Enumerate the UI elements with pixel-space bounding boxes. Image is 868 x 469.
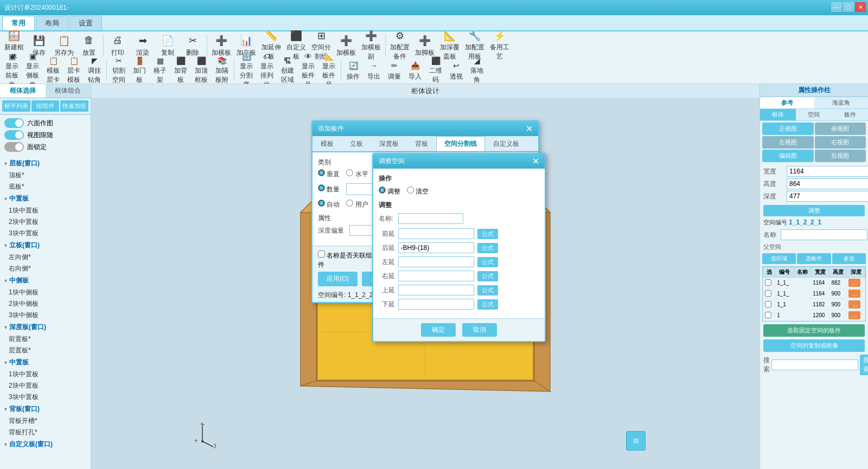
add-panel2-button[interactable]: ➕ 加横板: [334, 33, 358, 58]
show-num-button[interactable]: 🔢 显示分割序: [237, 59, 256, 82]
tree-item-back-slot[interactable]: 背板开槽*: [7, 415, 88, 427]
row3-check[interactable]: [765, 301, 771, 307]
tree-parent-middle[interactable]: 中置板: [2, 192, 88, 205]
tree-item-m2[interactable]: 2块中置板: [7, 216, 88, 228]
front-view-button[interactable]: 正视图: [762, 123, 814, 135]
direction-horizontal-radio[interactable]: [346, 169, 353, 176]
ref-select-button[interactable]: 参选: [832, 253, 866, 264]
bottom-formula-button[interactable]: 公式: [477, 299, 498, 310]
add-shelf-button[interactable]: 📚 加隔板附: [212, 59, 232, 82]
params-user-label[interactable]: 用户: [346, 200, 368, 209]
add-panel3-button[interactable]: ➕ 加横板副: [359, 33, 383, 58]
sidebar-tab-select[interactable]: 框体选择: [0, 84, 46, 98]
top-formula-button[interactable]: 公式: [477, 285, 498, 295]
show-size-button[interactable]: 📐 显示板件尺: [319, 59, 339, 82]
facelock-toggle[interactable]: [4, 142, 24, 152]
direction-horizontal-label[interactable]: 水平: [346, 169, 368, 179]
tree-item-dm1[interactable]: 1块中置板: [7, 369, 88, 380]
tree-parent-custom[interactable]: 自定义板(窗口): [2, 438, 88, 451]
tree-item-m3[interactable]: 3块中置板: [7, 228, 88, 239]
tree-item-dm2[interactable]: 2块中置板: [7, 380, 88, 391]
tree-item-top[interactable]: 顶板*: [7, 170, 88, 181]
tree-item-layer[interactable]: 层置板*: [7, 345, 88, 356]
name-associate-checkbox[interactable]: [318, 250, 325, 258]
dialog-tab-split[interactable]: 空间分割线: [436, 136, 485, 151]
copy-space-button[interactable]: 空间的复制或映像: [763, 339, 865, 352]
search-input[interactable]: [771, 359, 858, 370]
back-extend-input[interactable]: [398, 242, 474, 253]
op-adjust-radio[interactable]: [379, 187, 386, 194]
sr-tab-reference[interactable]: 参考: [760, 97, 814, 108]
add-back-button[interactable]: ⬛ 加背板: [171, 59, 190, 82]
tree-parent-back[interactable]: 背板(窗口): [2, 403, 88, 415]
tab-layout[interactable]: 布局: [36, 16, 68, 30]
adjust-name-input[interactable]: [398, 213, 463, 224]
direction-vertical-radio[interactable]: [318, 169, 325, 176]
row3-action[interactable]: …: [848, 300, 860, 309]
dialog-close-button[interactable]: ✕: [526, 125, 533, 133]
tree-item-ms2[interactable]: 2块中侧板: [7, 298, 88, 310]
add-tool-button[interactable]: 🔧 加配置用板: [463, 33, 487, 58]
show-label-button[interactable]: 🏷 显示排列位: [257, 59, 277, 82]
row2-check[interactable]: [765, 290, 771, 297]
dialog-tab-depth[interactable]: 深度板: [371, 136, 407, 151]
depth-input[interactable]: [787, 191, 868, 202]
right-extend-input[interactable]: [398, 271, 474, 281]
tree-item-dm3[interactable]: 3块中置板: [7, 391, 88, 403]
tree-item-left[interactable]: 左向侧*: [7, 252, 88, 263]
maximize-button[interactable]: □: [843, 2, 854, 12]
search-button[interactable]: 搜索: [860, 355, 868, 375]
row2-action[interactable]: …: [848, 290, 860, 298]
params-auto-radio[interactable]: [318, 200, 325, 207]
front-formula-button[interactable]: 公式: [477, 229, 498, 239]
direction-vertical-label[interactable]: 垂直: [318, 169, 340, 179]
add-panel-button[interactable]: ➕ 加横板: [209, 33, 233, 58]
qrcode-button[interactable]: ⬛ 二维码: [426, 59, 445, 82]
params-user-radio[interactable]: [346, 200, 353, 207]
add-top-button[interactable]: ⬛ 加顶框板: [192, 59, 211, 82]
tree-parent-midside[interactable]: 中侧板: [2, 274, 88, 287]
left-formula-button[interactable]: 公式: [477, 257, 498, 267]
bottom-extend-input[interactable]: [398, 299, 474, 310]
front-extend-input[interactable]: [398, 228, 474, 239]
corner-tool-button[interactable]: ◢ 落地角: [467, 59, 487, 82]
tree-parent-vertical[interactable]: 立板(窗口): [2, 239, 88, 252]
tree-item-ms3[interactable]: 3块中侧板: [7, 310, 88, 321]
vt-frame[interactable]: 框体: [760, 109, 796, 120]
adjust-ok-button[interactable]: 确定: [421, 323, 456, 337]
row4-check[interactable]: [765, 312, 771, 318]
add-door-button[interactable]: 🚪 加门板: [130, 59, 149, 82]
op-clear-label[interactable]: 清空: [407, 187, 429, 196]
saveas-button[interactable]: 📋 另存为: [52, 33, 76, 58]
process-button[interactable]: ⚡ 备用工艺: [488, 33, 512, 58]
sidebar-tab-group[interactable]: 框体组合: [46, 84, 91, 98]
quick-add-button[interactable]: 快速加组: [60, 100, 88, 112]
vt-space[interactable]: 空间: [796, 109, 832, 120]
op-adjust-label[interactable]: 调整: [379, 187, 400, 196]
back-formula-button[interactable]: 公式: [477, 243, 498, 253]
add-hardware-button[interactable]: ⚙ 加配置备件: [388, 33, 412, 58]
count-count-radio[interactable]: [318, 184, 325, 191]
right-view-button[interactable]: 右视图: [815, 136, 866, 149]
sr-tab-hailangjiao[interactable]: 海蓝角: [814, 97, 869, 108]
viewlock-toggle[interactable]: [4, 130, 24, 140]
left-extend-input[interactable]: [398, 256, 474, 267]
row1-check[interactable]: [765, 279, 771, 286]
flat-list-button[interactable]: 框平列表: [2, 100, 30, 112]
panel-card2-button[interactable]: 📋 层卡模板: [64, 59, 84, 82]
canvas-3d[interactable]: Z X + 前 添加板件 ✕ 模板 立板 深度板 背: [91, 99, 760, 469]
dialog-tab-custom[interactable]: 自定义板: [485, 136, 527, 151]
right-formula-button[interactable]: 公式: [477, 271, 498, 281]
tree-parent-depth[interactable]: 深度板(窗口): [2, 321, 88, 333]
front-view-corner-button[interactable]: 前: [626, 431, 646, 451]
tab-settings[interactable]: 设置: [69, 16, 102, 30]
dialog-tab-template[interactable]: 模板: [312, 136, 342, 151]
dialog-tab-back[interactable]: 背板: [407, 136, 436, 151]
tree-item-bottom[interactable]: 底板*: [7, 181, 88, 192]
print-button[interactable]: 🖨 打印: [106, 33, 130, 58]
top-extend-input[interactable]: [398, 285, 474, 295]
edit-view-button[interactable]: 编辑图: [762, 150, 814, 162]
check-name-associate[interactable]: 名称是否关联组件: [318, 250, 378, 269]
front-panel-button[interactable]: ▣ 显示前板件: [2, 59, 22, 82]
show-panel-button[interactable]: 👁 显示板件号: [298, 59, 318, 82]
